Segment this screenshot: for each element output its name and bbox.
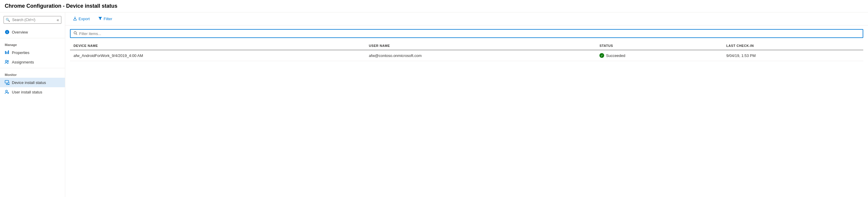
svg-rect-4 xyxy=(8,51,9,54)
table-header-row: DEVICE NAME USER NAME STATUS LAST CHECK-… xyxy=(70,41,863,50)
cell-last-checkin: 9/04/19, 1:53 PM xyxy=(723,50,863,61)
device-install-icon xyxy=(5,80,9,85)
col-status: STATUS xyxy=(596,41,723,50)
assignments-icon xyxy=(5,60,9,64)
properties-icon xyxy=(5,50,9,55)
sidebar-item-assignments[interactable]: Assignments xyxy=(0,57,65,67)
sidebar-section-monitor: Monitor xyxy=(0,69,65,78)
svg-point-10 xyxy=(74,32,76,34)
sidebar-item-overview-label: Overview xyxy=(12,30,28,34)
svg-point-9 xyxy=(6,90,7,92)
sidebar-item-properties-label: Properties xyxy=(12,51,29,55)
cell-device-name: afw_AndroidForWork_9/4/2019_4:00 AM xyxy=(70,50,365,61)
svg-text:i: i xyxy=(7,31,8,34)
export-icon xyxy=(73,16,77,21)
col-last-checkin: LAST CHECK-IN xyxy=(723,41,863,50)
sidebar-item-user-install-label: User install status xyxy=(12,90,42,94)
export-label: Export xyxy=(79,17,90,21)
svg-line-11 xyxy=(76,34,78,35)
filter-input[interactable] xyxy=(79,31,860,36)
sidebar-item-user-install-status[interactable]: User install status xyxy=(0,87,65,97)
sidebar-search-icon: 🔍 xyxy=(6,18,10,22)
sidebar-item-properties[interactable]: Properties xyxy=(0,48,65,57)
status-text: Succeeded xyxy=(606,53,625,58)
table-container: DEVICE NAME USER NAME STATUS LAST CHECK-… xyxy=(65,26,868,197)
toolbar: Export Filter xyxy=(65,12,868,26)
svg-point-6 xyxy=(7,60,9,62)
export-button[interactable]: Export xyxy=(70,15,93,23)
content-area: Export Filter DEVICE NAME U xyxy=(65,12,868,197)
sidebar-collapse-icon[interactable]: « xyxy=(57,18,59,22)
svg-point-5 xyxy=(5,60,7,62)
filter-bar xyxy=(70,29,863,38)
status-success-icon: ✓ xyxy=(599,53,604,58)
filter-icon xyxy=(98,16,102,21)
filter-label: Filter xyxy=(104,17,112,21)
sidebar-item-overview[interactable]: i Overview xyxy=(0,27,65,37)
cell-status: ✓Succeeded xyxy=(596,50,723,61)
sidebar-divider-2 xyxy=(0,68,65,68)
col-user-name: USER NAME xyxy=(365,41,596,50)
cell-user-name: afw@contoso.onmicrosoft.com xyxy=(365,50,596,61)
svg-rect-2 xyxy=(5,51,6,54)
col-device-name: DEVICE NAME xyxy=(70,41,365,50)
filter-search-icon xyxy=(73,31,78,36)
table-row: afw_AndroidForWork_9/4/2019_4:00 AMafw@c… xyxy=(70,50,863,61)
sidebar-item-device-install-status[interactable]: Device install status xyxy=(0,78,65,87)
svg-rect-3 xyxy=(6,52,7,54)
info-icon: i xyxy=(5,30,9,34)
page-title: Chrome Configuration - Device install st… xyxy=(5,3,863,9)
data-table: DEVICE NAME USER NAME STATUS LAST CHECK-… xyxy=(70,41,863,61)
sidebar-section-manage: Manage xyxy=(0,39,65,48)
sidebar-search-input[interactable] xyxy=(4,16,61,24)
sidebar-item-device-install-label: Device install status xyxy=(12,80,46,85)
sidebar-item-assignments-label: Assignments xyxy=(12,60,34,64)
user-install-icon xyxy=(5,90,9,94)
sidebar: 🔍 « i Overview Manage Properties xyxy=(0,12,65,197)
filter-button[interactable]: Filter xyxy=(95,15,115,23)
